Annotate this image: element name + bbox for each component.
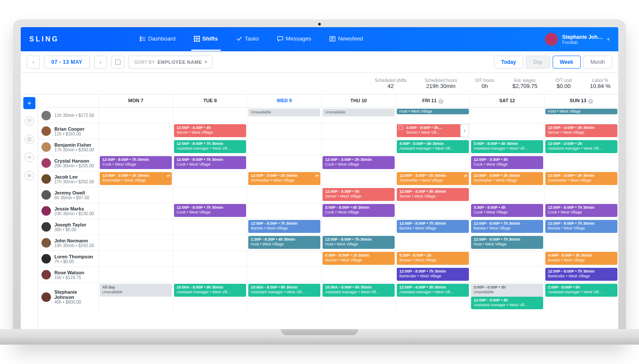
day-cell[interactable] bbox=[321, 219, 395, 235]
shift-block[interactable]: 12:00P - 8:00P • 7h 30minAssistant manag… bbox=[174, 140, 246, 153]
day-cell[interactable]: 10:00A - 8:00P • 9h 30minAssistant manag… bbox=[247, 283, 321, 311]
day-cell[interactable] bbox=[173, 267, 247, 282]
shift-block[interactable]: 10:00A - 8:00P • 9h 30minAssistant manag… bbox=[248, 284, 320, 297]
add-shift-inline[interactable]: + bbox=[460, 124, 469, 137]
day-cell[interactable]: ⇄12:00P - 3:00P • 2h 30minSommelier • We… bbox=[395, 171, 470, 187]
day-header[interactable]: FRI 11i bbox=[395, 94, 470, 107]
day-cell[interactable]: 12:00P - 8:00P • 7h 30minBarista • West … bbox=[247, 219, 321, 235]
day-cell[interactable]: 1:30P - 6:30P • 4h 30minHost • West Vill… bbox=[247, 235, 321, 251]
employee-cell[interactable]: Stephanie Johnson40h • $800.00 bbox=[38, 283, 98, 311]
prev-week-button[interactable]: ‹ bbox=[27, 56, 40, 69]
day-cell[interactable]: 12:00P - 4:00P • 3h 30minServer • West V… bbox=[395, 187, 470, 203]
day-cell[interactable] bbox=[470, 123, 544, 139]
day-cell[interactable] bbox=[173, 235, 247, 251]
day-cell[interactable] bbox=[544, 155, 618, 171]
shift-block[interactable]: 12:00P - 4:30P • 4hServer • West Village bbox=[174, 124, 246, 137]
shift-block[interactable]: 12:00P - 3:30P • 3hServer • West Village bbox=[323, 188, 395, 201]
nav-messages[interactable]: Messages bbox=[275, 28, 314, 51]
day-cell[interactable]: 4:00P - 8:00P • 3h 30minAssistant manage… bbox=[395, 139, 470, 155]
next-week-button[interactable]: › bbox=[94, 56, 107, 69]
day-button[interactable]: Day bbox=[526, 56, 550, 69]
shift-block[interactable]: 12:00P - 3:00P • 3hAssistant manager • W… bbox=[471, 297, 543, 310]
shift-block[interactable]: 12:00P - 2:00P • 2hAssistant manager • W… bbox=[545, 140, 617, 153]
employee-cell[interactable]: Crystal Hanson20h 30min • $205.00 bbox=[38, 155, 98, 171]
add-shift-button[interactable]: ＋ bbox=[23, 97, 35, 109]
shift-block[interactable]: 5:30P - 8:00P • 2hBusser • West Village bbox=[397, 252, 469, 265]
shift-block[interactable]: 1:30P - 6:30P • 4h 30minHost • West Vill… bbox=[248, 236, 320, 249]
day-cell[interactable]: 12:00P - 8:00P • 7h 30minHost • West Vil… bbox=[470, 235, 544, 251]
shift-block[interactable]: 12:00P - 8:00P • 7h 30minCook • West Vil… bbox=[174, 204, 246, 217]
shift-block[interactable]: 12:00P - 8:00P • 7h 30minBarista • West … bbox=[248, 220, 320, 233]
day-cell[interactable]: 12:00P - 8:00P • 7h 30minBartender • Wes… bbox=[395, 267, 470, 282]
day-cell[interactable]: 12:00P - 4:30P • 4hServer • West Village bbox=[173, 123, 247, 139]
day-cell[interactable] bbox=[98, 251, 173, 267]
nav-tasks[interactable]: Tasks bbox=[234, 28, 262, 51]
shift-block[interactable]: 12:00P - 8:00P • 7h 30minCook • West Vil… bbox=[174, 156, 246, 169]
shift-block[interactable]: 12:00P - 3:00P • 2h 30minSommelier • Wes… bbox=[471, 172, 543, 185]
day-cell[interactable]: 12:00P - 3:30P • 3hCook • West Village bbox=[470, 155, 544, 171]
side-lines[interactable] bbox=[23, 151, 35, 163]
day-cell[interactable]: 10:00A - 8:00P • 9h 30minAssistant manag… bbox=[173, 283, 247, 311]
shift-block[interactable]: 3:30P - 8:00P • 4hCook • West Village bbox=[471, 204, 543, 217]
day-cell[interactable] bbox=[395, 155, 470, 171]
day-cell[interactable] bbox=[544, 235, 618, 251]
employee-cell[interactable]: Jessie Marks23h 30min • $235.00 bbox=[38, 203, 98, 219]
day-cell[interactable]: ⇄12:00P - 3:00P • 2h 30minSommelier • We… bbox=[247, 171, 321, 187]
day-cell[interactable] bbox=[247, 155, 321, 171]
sort-by-select[interactable]: SORT BY EMPLOYEE NAME ▾ bbox=[129, 56, 213, 69]
day-header[interactable]: THU 10 bbox=[321, 94, 395, 107]
shift-block[interactable]: 12:00P - 8:00P • 7h 30minBartender • Wes… bbox=[397, 268, 469, 281]
day-cell[interactable] bbox=[247, 251, 321, 267]
day-header[interactable]: SUN 13i bbox=[544, 94, 618, 107]
day-cell[interactable]: 3:00P - 8:00P • 4h 30minAssistant manage… bbox=[470, 139, 544, 155]
nav-shifts[interactable]: Shifts bbox=[191, 28, 221, 51]
shift-block[interactable]: 12:00P - 8:00P • 7h 30minCook • West Vil… bbox=[545, 204, 617, 217]
day-cell[interactable]: 2:00P - 8:00P • 5hAssistant manager • We… bbox=[544, 283, 618, 311]
day-cell[interactable]: 12:00P - 8:00P • 7h 30minBartender • Wes… bbox=[544, 267, 618, 282]
week-button[interactable]: Week bbox=[553, 56, 581, 69]
day-cell[interactable] bbox=[470, 267, 544, 282]
day-cell[interactable]: 12:00P - 8:00P • 7h 30minCook • West Vil… bbox=[544, 203, 618, 219]
day-header[interactable]: SAT 12 bbox=[470, 94, 544, 107]
nav-newsfeed[interactable]: Newsfeed bbox=[327, 28, 366, 51]
employee-cell[interactable]: Benjamin Fisher17h 30min • $350.00 bbox=[38, 139, 98, 155]
shift-block[interactable]: 10:00A - 8:00P • 9h 30minAssistant manag… bbox=[323, 284, 395, 297]
day-cell[interactable]: 5:30P - 8:00P • 2hBusser • West Village bbox=[395, 251, 470, 267]
employee-cell[interactable]: Loren Thompson7h • $0.00 bbox=[38, 251, 98, 267]
day-cell[interactable] bbox=[247, 203, 321, 219]
day-cell[interactable]: 12:00P - 4:00P • 3h 30minServer • West V… bbox=[544, 123, 618, 139]
shift-block[interactable]: ⇄12:00P - 3:00P • 2h 30minSommelier • We… bbox=[100, 172, 172, 185]
day-header[interactable]: TUE 8 bbox=[173, 94, 247, 107]
shift-block[interactable]: 12:00P - 8:00P • 7h 30minBarista • West … bbox=[397, 220, 469, 233]
employee-cell[interactable]: Brian Cooper11h • $165.00 bbox=[38, 123, 98, 139]
day-cell[interactable] bbox=[98, 267, 173, 282]
day-cell[interactable] bbox=[321, 139, 395, 155]
day-cell[interactable]: 12:00P - 8:00P • 7h 30minBarista • West … bbox=[395, 219, 470, 235]
shift-block[interactable]: 12:00P - 3:30P • 3hCook • West Village bbox=[471, 156, 543, 169]
day-cell[interactable]: 12:00P - 8:00P • 7h 30minAssistant manag… bbox=[173, 139, 247, 155]
employee-cell[interactable]: Jacob Lee17h 30min • $262.50 bbox=[38, 171, 98, 187]
shift-block[interactable]: 12:00P - 4:00P • 3h 30minAssistant manag… bbox=[397, 284, 469, 297]
day-cell[interactable]: 3:00P - 6:00P • 3hUnavailable12:00P - 3:… bbox=[470, 283, 544, 311]
day-cell[interactable] bbox=[98, 187, 173, 203]
side-budget[interactable] bbox=[23, 169, 35, 182]
shift-block[interactable]: 12:00P - 3:00P • 2h 30minSommelier • Wes… bbox=[545, 172, 617, 185]
day-cell[interactable] bbox=[321, 123, 395, 139]
shift-block[interactable]: 12:00P - 4:00P • 3h 30minServer • West V… bbox=[545, 124, 617, 137]
date-range[interactable]: 07 - 13 MAY bbox=[44, 56, 90, 69]
day-cell[interactable] bbox=[98, 235, 173, 251]
shift-block[interactable]: ⇄12:00P - 3:00P • 2h 30minSommelier • We… bbox=[397, 172, 469, 185]
day-cell[interactable] bbox=[247, 267, 321, 282]
shift-block[interactable]: 10:00A - 8:00P • 9h 30minAssistant manag… bbox=[174, 284, 246, 297]
day-cell[interactable]: All dayUnavailable bbox=[98, 283, 173, 311]
day-cell[interactable]: 12:00P - 8:00P • 7h 30minCook • West Vil… bbox=[173, 155, 247, 171]
employee-cell[interactable]: John Normann19h 30min • $292.50 bbox=[38, 235, 98, 251]
day-header[interactable]: WED 9 bbox=[247, 94, 321, 107]
day-cell[interactable]: 4:00P - 8:00P • 3h 30minBusser • West Vi… bbox=[544, 251, 618, 267]
shift-block[interactable]: Host • West Village bbox=[397, 109, 469, 114]
shift-block[interactable]: 12:00P - 8:00P • 7h 30minBartender • Wes… bbox=[545, 268, 617, 281]
shift-block[interactable]: 12:00P - 4:00P • 3h 30minServer • West V… bbox=[397, 188, 469, 201]
grid-body[interactable]: 11h 30min • $172.50 Unavailable Unavaila… bbox=[38, 108, 618, 311]
day-cell[interactable]: 12:00P - 8:00P • 7h 30minHost • West Vil… bbox=[321, 235, 395, 251]
day-cell[interactable] bbox=[98, 219, 173, 235]
